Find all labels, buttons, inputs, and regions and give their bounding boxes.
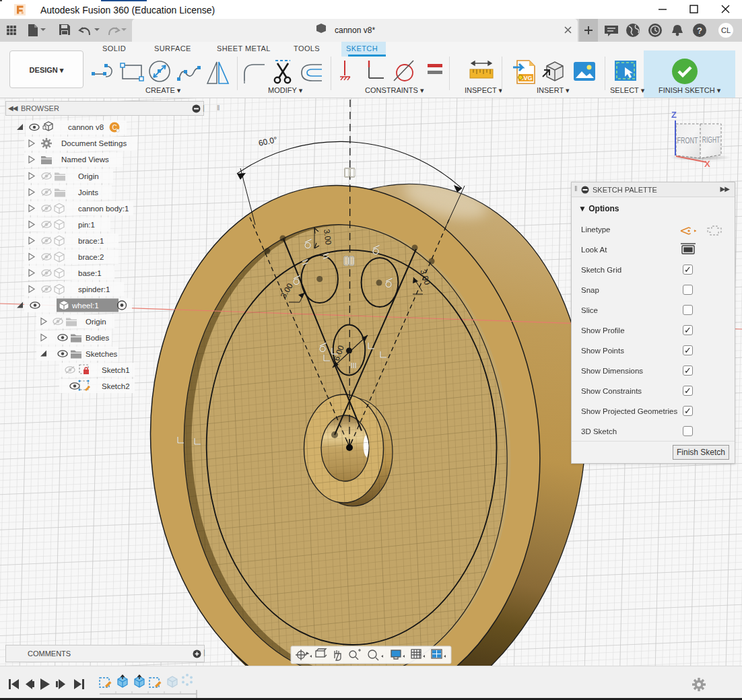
svg-text:wheel:1: wheel:1 bbox=[71, 302, 99, 310]
svg-text:RIGHT: RIGHT bbox=[702, 135, 720, 144]
svg-text:Origin: Origin bbox=[78, 172, 99, 180]
svg-text:C: C bbox=[112, 124, 116, 131]
svg-text:cannon v8: cannon v8 bbox=[68, 123, 104, 131]
svg-text:Sketch1: Sketch1 bbox=[102, 366, 130, 374]
svg-text:Document Settings: Document Settings bbox=[61, 139, 127, 147]
svg-text:Origin: Origin bbox=[86, 318, 106, 326]
svg-text:Sketch2: Sketch2 bbox=[102, 382, 130, 390]
svg-text:3.00: 3.00 bbox=[322, 229, 333, 246]
svg-text:base:1: base:1 bbox=[78, 269, 102, 277]
svg-text:FRONT: FRONT bbox=[677, 136, 698, 145]
svg-text:pin:1: pin:1 bbox=[78, 221, 95, 229]
svg-text:Joints: Joints bbox=[78, 188, 98, 197]
svg-text:?: ? bbox=[697, 26, 702, 36]
svg-text:spinder:1: spinder:1 bbox=[78, 285, 110, 293]
svg-text:cannon v8*: cannon v8* bbox=[335, 26, 375, 35]
svg-text:Named Views: Named Views bbox=[61, 155, 109, 164]
svg-text:X: X bbox=[704, 159, 710, 169]
svg-text:brace:2: brace:2 bbox=[78, 253, 104, 261]
svg-text:Sketches: Sketches bbox=[86, 350, 118, 358]
svg-text:cannon body:1: cannon body:1 bbox=[78, 205, 129, 213]
svg-text:Bodies: Bodies bbox=[86, 334, 109, 342]
svg-text:CL: CL bbox=[721, 26, 731, 34]
svg-text:Z: Z bbox=[671, 110, 677, 120]
svg-text:brace:1: brace:1 bbox=[78, 237, 104, 245]
